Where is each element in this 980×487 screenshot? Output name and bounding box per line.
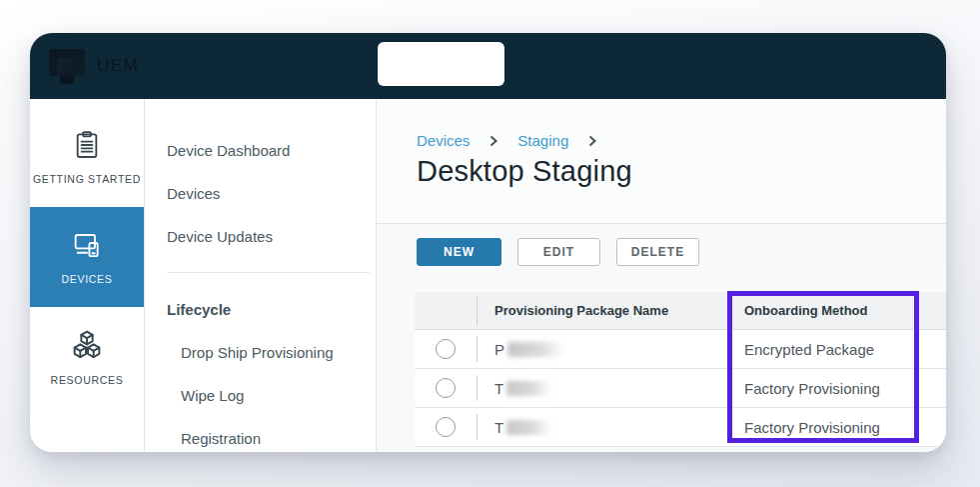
- sidebar-item-label: DEVICES: [62, 273, 113, 285]
- table-row[interactable]: T Factory Provisioning: [415, 369, 946, 408]
- new-button[interactable]: NEW: [417, 238, 501, 266]
- brand: UEM: [49, 49, 139, 84]
- uem-logo-icon: [49, 49, 86, 84]
- column-divider: [477, 296, 478, 326]
- top-bar: UEM: [30, 33, 946, 99]
- breadcrumb-link-staging[interactable]: Staging: [517, 132, 568, 149]
- redacted-header-control[interactable]: [378, 42, 504, 86]
- onboarding-method-value: Encrypted Package: [744, 341, 874, 358]
- brand-label: UEM: [97, 56, 139, 76]
- package-name-redacted: P: [494, 341, 504, 358]
- breadcrumb: Devices Staging: [417, 132, 596, 149]
- sidebar-item-getting-started[interactable]: GETTING STARTED: [30, 107, 144, 207]
- app-window: UEM GETTING STARTED: [30, 33, 946, 452]
- submenu-item-device-dashboard[interactable]: Device Dashboard: [145, 129, 376, 172]
- table-row[interactable]: P Encrypted Package: [415, 330, 946, 369]
- redaction-blur: [506, 381, 552, 396]
- toolbar: NEW EDIT DELETE: [417, 238, 699, 266]
- submenu-divider: [167, 272, 370, 273]
- column-divider: [477, 375, 478, 401]
- submenu-item-device-updates[interactable]: Device Updates: [145, 215, 376, 258]
- redaction-blur: [507, 342, 565, 357]
- row-radio-button[interactable]: [436, 378, 456, 398]
- breadcrumb-link-devices[interactable]: Devices: [417, 132, 470, 149]
- package-name-redacted: T: [494, 380, 503, 397]
- edit-button[interactable]: EDIT: [517, 238, 600, 266]
- monitor-phone-icon: [70, 229, 104, 261]
- delete-button[interactable]: DELETE: [616, 238, 699, 266]
- page-title: Desktop Staging: [417, 155, 632, 188]
- submenu-section-lifecycle: Lifecycle: [145, 288, 376, 331]
- clipboard-icon: [71, 129, 103, 161]
- submenu-item-registration[interactable]: Registration: [145, 417, 376, 452]
- row-radio-button[interactable]: [436, 417, 456, 437]
- submenu-item-wipe-log[interactable]: Wipe Log: [145, 374, 376, 417]
- submenu-item-drop-ship-provisioning[interactable]: Drop Ship Provisioning: [145, 331, 376, 374]
- main-content: Devices Staging Desktop Staging NEW EDIT…: [377, 99, 946, 452]
- table-row[interactable]: T Factory Provisioning: [415, 408, 946, 447]
- sidebar-item-devices[interactable]: DEVICES: [30, 207, 144, 307]
- devices-submenu: Device Dashboard Devices Device Updates …: [145, 99, 377, 452]
- onboarding-method-value: Factory Provisioning: [744, 419, 880, 436]
- column-header-onboarding-method[interactable]: Onboarding Method: [744, 303, 867, 318]
- chevron-right-icon: [588, 135, 596, 147]
- onboarding-method-value: Factory Provisioning: [744, 380, 880, 397]
- package-name-redacted: T: [494, 419, 503, 436]
- submenu-item-devices[interactable]: Devices: [145, 172, 376, 215]
- table-header-row: Provisioning Package Name Onboarding Met…: [415, 292, 946, 330]
- sidebar-item-label: GETTING STARTED: [33, 173, 141, 185]
- chevron-right-icon: [490, 135, 497, 147]
- column-header-provisioning-package-name[interactable]: Provisioning Package Name: [494, 303, 668, 318]
- sidebar-item-resources[interactable]: RESOURCES: [30, 307, 144, 407]
- redaction-blur: [506, 420, 552, 435]
- column-divider: [477, 336, 478, 362]
- icon-sidebar: GETTING STARTED DEVICES: [30, 99, 145, 452]
- staging-packages-table: Provisioning Package Name Onboarding Met…: [415, 292, 946, 447]
- cubes-icon: [70, 328, 104, 362]
- column-divider: [477, 414, 478, 440]
- sidebar-item-label: RESOURCES: [51, 374, 124, 386]
- section-divider: [377, 223, 946, 224]
- row-radio-button[interactable]: [436, 339, 456, 359]
